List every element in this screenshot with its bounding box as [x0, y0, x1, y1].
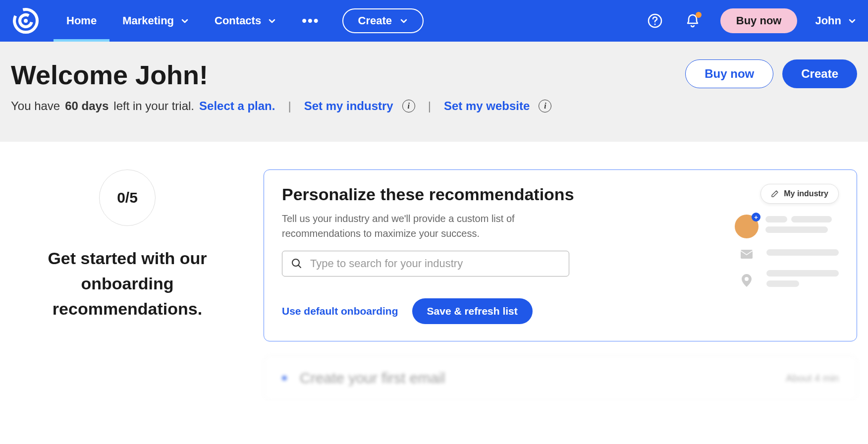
- nav-create-label: Create: [358, 14, 392, 27]
- industry-search-input[interactable]: [310, 257, 560, 270]
- nav-home[interactable]: Home: [54, 0, 109, 42]
- trial-suffix: left in your trial.: [113, 99, 194, 113]
- user-menu[interactable]: John: [815, 14, 856, 27]
- trial-info-row: You have 60 days left in your trial. Sel…: [11, 99, 857, 113]
- divider: |: [428, 99, 431, 113]
- divider: |: [288, 99, 291, 113]
- envelope-icon: [740, 247, 754, 261]
- personalize-title: Personalize these recommendations: [282, 185, 839, 204]
- user-name-label: John: [815, 14, 841, 27]
- svg-point-4: [654, 24, 655, 25]
- nav-buy-now-button[interactable]: Buy now: [720, 8, 798, 33]
- onboarding-main: Personalize these recommendations Tell u…: [264, 169, 857, 401]
- save-refresh-button[interactable]: Save & refresh list: [412, 298, 533, 324]
- onboarding-heading: Get started with our onboarding recommen…: [11, 246, 244, 322]
- nav-more-icon[interactable]: •••: [289, 13, 332, 29]
- my-industry-badge[interactable]: My industry: [760, 184, 839, 204]
- nav-contacts-label: Contacts: [215, 14, 261, 27]
- personalize-card: Personalize these recommendations Tell u…: [264, 169, 857, 341]
- help-icon[interactable]: [645, 11, 665, 31]
- avatar-plus-icon: +: [752, 213, 760, 222]
- trial-prefix: You have: [11, 99, 60, 113]
- next-step-time: About 4 min: [786, 373, 839, 384]
- trial-days: 60 days: [65, 99, 108, 113]
- info-icon[interactable]: i: [402, 100, 415, 112]
- nav-home-label: Home: [66, 14, 97, 27]
- nav-contacts[interactable]: Contacts: [202, 0, 289, 42]
- nav-marketing[interactable]: Marketing: [109, 0, 202, 42]
- pencil-icon: [771, 190, 779, 198]
- personalize-description: Tell us your industry and we'll provide …: [282, 211, 540, 241]
- chevron-down-icon: [400, 17, 408, 25]
- header-buy-now-button[interactable]: Buy now: [685, 59, 773, 88]
- bullet-icon: [282, 376, 287, 381]
- select-plan-link[interactable]: Select a plan.: [199, 99, 275, 113]
- main-content: 0/5 Get started with our onboarding reco…: [0, 142, 868, 401]
- avatar: +: [735, 215, 759, 238]
- next-step-card[interactable]: Create your first email About 4 min: [264, 355, 857, 401]
- svg-rect-6: [741, 250, 753, 259]
- top-nav: Home Marketing Contacts ••• Create Buy n…: [0, 0, 868, 42]
- industry-search-wrap[interactable]: [282, 251, 569, 277]
- set-website-link[interactable]: Set my website: [444, 99, 530, 113]
- chevron-down-icon: [848, 17, 856, 25]
- nav-marketing-label: Marketing: [122, 14, 174, 27]
- page-title: Welcome John!: [11, 59, 208, 90]
- location-pin-icon: [740, 274, 754, 287]
- notification-icon[interactable]: [683, 11, 703, 31]
- nav-items: Home Marketing Contacts ••• Create: [54, 0, 424, 42]
- next-step-title: Create your first email: [300, 370, 773, 387]
- notification-dot: [696, 12, 702, 18]
- chevron-down-icon: [268, 17, 276, 25]
- header-section: Welcome John! Buy now Create You have 60…: [0, 42, 868, 142]
- default-onboarding-link[interactable]: Use default onboarding: [282, 305, 398, 317]
- search-icon: [291, 258, 302, 269]
- info-icon[interactable]: i: [539, 100, 551, 112]
- svg-point-2: [24, 19, 28, 23]
- my-industry-label: My industry: [784, 189, 828, 198]
- header-create-button[interactable]: Create: [782, 59, 857, 88]
- chevron-down-icon: [181, 17, 189, 25]
- progress-indicator: 0/5: [99, 169, 156, 226]
- decorative-profile-preview: +: [735, 215, 839, 300]
- set-industry-link[interactable]: Set my industry: [304, 99, 393, 113]
- onboarding-sidebar: 0/5 Get started with our onboarding reco…: [11, 169, 244, 322]
- nav-create-button[interactable]: Create: [342, 8, 424, 33]
- logo-icon[interactable]: [12, 7, 40, 35]
